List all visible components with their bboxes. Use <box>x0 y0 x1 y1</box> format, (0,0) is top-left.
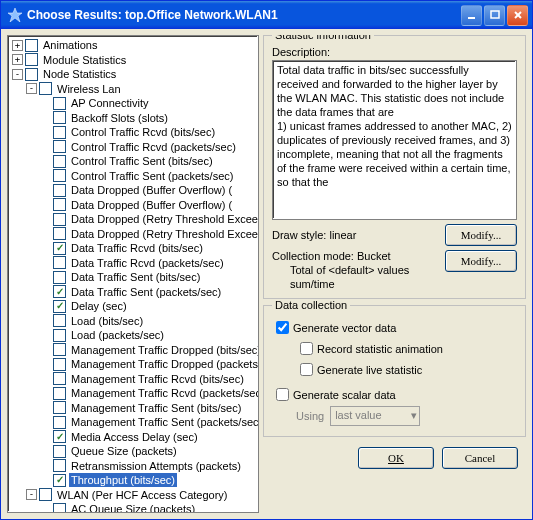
generate-scalar-checkbox[interactable] <box>276 388 289 401</box>
tree-item-label[interactable]: Control Traffic Rcvd (bits/sec) <box>69 125 217 139</box>
tree-checkbox[interactable] <box>53 227 66 240</box>
tree-item[interactable]: Data Traffic Rcvd (bits/sec) <box>10 241 259 256</box>
tree-checkbox[interactable] <box>25 39 38 52</box>
tree-item-label[interactable]: Management Traffic Sent (packets/sec) <box>69 415 259 429</box>
tree-checkbox[interactable] <box>53 184 66 197</box>
tree-checkbox[interactable] <box>53 387 66 400</box>
tree-item[interactable]: Data Dropped (Buffer Overflow) ( <box>10 183 259 198</box>
tree-item-label[interactable]: Management Traffic Rcvd (packets/sec) <box>69 386 259 400</box>
tree-item[interactable]: Control Traffic Rcvd (bits/sec) <box>10 125 259 140</box>
tree-checkbox[interactable] <box>25 53 38 66</box>
record-animation-checkbox[interactable] <box>300 342 313 355</box>
tree-item[interactable]: Management Traffic Sent (bits/sec) <box>10 401 259 416</box>
tree-item[interactable]: Data Dropped (Buffer Overflow) ( <box>10 198 259 213</box>
tree-item[interactable]: Data Traffic Sent (packets/sec) <box>10 285 259 300</box>
tree-item-label[interactable]: Module Statistics <box>41 53 128 67</box>
expand-icon[interactable]: + <box>12 40 23 51</box>
tree-checkbox[interactable] <box>53 300 66 313</box>
tree-checkbox[interactable] <box>53 126 66 139</box>
tree-checkbox[interactable] <box>53 271 66 284</box>
tree-item[interactable]: Management Traffic Sent (packets/sec) <box>10 415 259 430</box>
tree-item-label[interactable]: Control Traffic Rcvd (packets/sec) <box>69 140 238 154</box>
tree-item-label[interactable]: Delay (sec) <box>69 299 129 313</box>
tree-item-label[interactable]: Throughput (bits/sec) <box>69 473 177 487</box>
tree-checkbox[interactable] <box>53 169 66 182</box>
tree-checkbox[interactable] <box>39 82 52 95</box>
tree-item-label[interactable]: Wireless Lan <box>55 82 123 96</box>
tree-checkbox[interactable] <box>53 358 66 371</box>
tree-item[interactable]: Data Dropped (Retry Threshold Exceeded) <box>10 212 259 227</box>
tree-item-label[interactable]: WLAN (Per HCF Access Category) <box>55 488 230 502</box>
tree-item[interactable]: Management Traffic Rcvd (bits/sec) <box>10 372 259 387</box>
tree-item-label[interactable]: Data Dropped (Buffer Overflow) ( <box>69 198 234 212</box>
tree-item-label[interactable]: Load (bits/sec) <box>69 314 145 328</box>
statistic-tree[interactable]: +Animations+Module Statistics-Node Stati… <box>7 35 259 513</box>
tree-checkbox[interactable] <box>53 445 66 458</box>
tree-item-label[interactable]: Control Traffic Sent (bits/sec) <box>69 154 215 168</box>
tree-item[interactable]: Retransmission Attempts (packets) <box>10 459 259 474</box>
tree-checkbox[interactable] <box>39 488 52 501</box>
tree-item[interactable]: Management Traffic Dropped (bits/sec) <box>10 343 259 358</box>
tree-checkbox[interactable] <box>53 474 66 487</box>
tree-checkbox[interactable] <box>53 140 66 153</box>
tree-checkbox[interactable] <box>53 213 66 226</box>
tree-item-label[interactable]: Management Traffic Sent (bits/sec) <box>69 401 243 415</box>
tree-item-label[interactable]: Load (packets/sec) <box>69 328 166 342</box>
tree-item-label[interactable]: Media Access Delay (sec) <box>69 430 200 444</box>
tree-item[interactable]: Backoff Slots (slots) <box>10 111 259 126</box>
tree-item-label[interactable]: Data Dropped (Buffer Overflow) ( <box>69 183 234 197</box>
tree-item[interactable]: Management Traffic Rcvd (packets/sec) <box>10 386 259 401</box>
tree-item-label[interactable]: Data Dropped (Retry Threshold Exceeded) <box>69 212 259 226</box>
tree-checkbox[interactable] <box>53 155 66 168</box>
tree-item[interactable]: Data Traffic Rcvd (packets/sec) <box>10 256 259 271</box>
tree-item-label[interactable]: Animations <box>41 38 99 52</box>
tree-checkbox[interactable] <box>53 343 66 356</box>
tree-checkbox[interactable] <box>53 111 66 124</box>
tree-item-label[interactable]: Management Traffic Rcvd (bits/sec) <box>69 372 246 386</box>
tree-item[interactable]: +Module Statistics <box>10 53 259 68</box>
tree-item[interactable]: Data Traffic Sent (bits/sec) <box>10 270 259 285</box>
tree-item-label[interactable]: Node Statistics <box>41 67 118 81</box>
tree-item[interactable]: Load (bits/sec) <box>10 314 259 329</box>
tree-item[interactable]: Control Traffic Sent (packets/sec) <box>10 169 259 184</box>
tree-checkbox[interactable] <box>53 329 66 342</box>
tree-item[interactable]: Control Traffic Rcvd (packets/sec) <box>10 140 259 155</box>
tree-checkbox[interactable] <box>53 242 66 255</box>
tree-item-label[interactable]: Backoff Slots (slots) <box>69 111 170 125</box>
tree-item-label[interactable]: Data Dropped (Retry Threshold Exceeded) <box>69 227 259 241</box>
collapse-icon[interactable]: - <box>12 69 23 80</box>
tree-checkbox[interactable] <box>53 372 66 385</box>
tree-item-label[interactable]: Retransmission Attempts (packets) <box>69 459 243 473</box>
tree-item-label[interactable]: Management Traffic Dropped (packets/sec) <box>69 357 259 371</box>
tree-checkbox[interactable] <box>53 256 66 269</box>
tree-item[interactable]: Media Access Delay (sec) <box>10 430 259 445</box>
tree-item-label[interactable]: Management Traffic Dropped (bits/sec) <box>69 343 259 357</box>
tree-item[interactable]: -Wireless Lan <box>10 82 259 97</box>
tree-item-label[interactable]: Data Traffic Sent (bits/sec) <box>69 270 202 284</box>
tree-checkbox[interactable] <box>53 401 66 414</box>
tree-item[interactable]: AC Queue Size (packets) <box>10 502 259 512</box>
tree-item-label[interactable]: Data Traffic Sent (packets/sec) <box>69 285 223 299</box>
tree-item[interactable]: AP Connectivity <box>10 96 259 111</box>
expand-icon[interactable]: + <box>12 54 23 65</box>
tree-checkbox[interactable] <box>53 314 66 327</box>
modify-draw-style-button[interactable]: Modify... <box>445 224 517 246</box>
titlebar[interactable]: Choose Results: top.Office Network.WLAN1 <box>1 1 532 29</box>
tree-checkbox[interactable] <box>53 285 66 298</box>
tree-item-label[interactable]: AP Connectivity <box>69 96 150 110</box>
tree-item[interactable]: Delay (sec) <box>10 299 259 314</box>
ok-button[interactable]: OK <box>358 447 434 469</box>
tree-item[interactable]: -WLAN (Per HCF Access Category) <box>10 488 259 503</box>
tree-item-label[interactable]: Control Traffic Sent (packets/sec) <box>69 169 235 183</box>
tree-item[interactable]: Control Traffic Sent (bits/sec) <box>10 154 259 169</box>
tree-item[interactable]: Management Traffic Dropped (packets/sec) <box>10 357 259 372</box>
maximize-button[interactable] <box>484 5 505 26</box>
collapse-icon[interactable]: - <box>26 489 37 500</box>
tree-item[interactable]: +Animations <box>10 38 259 53</box>
generate-live-checkbox[interactable] <box>300 363 313 376</box>
tree-item[interactable]: Throughput (bits/sec) <box>10 473 259 488</box>
tree-checkbox[interactable] <box>25 68 38 81</box>
tree-item-label[interactable]: Queue Size (packets) <box>69 444 179 458</box>
tree-item[interactable]: -Node Statistics <box>10 67 259 82</box>
modify-collection-mode-button[interactable]: Modify... <box>445 250 517 272</box>
